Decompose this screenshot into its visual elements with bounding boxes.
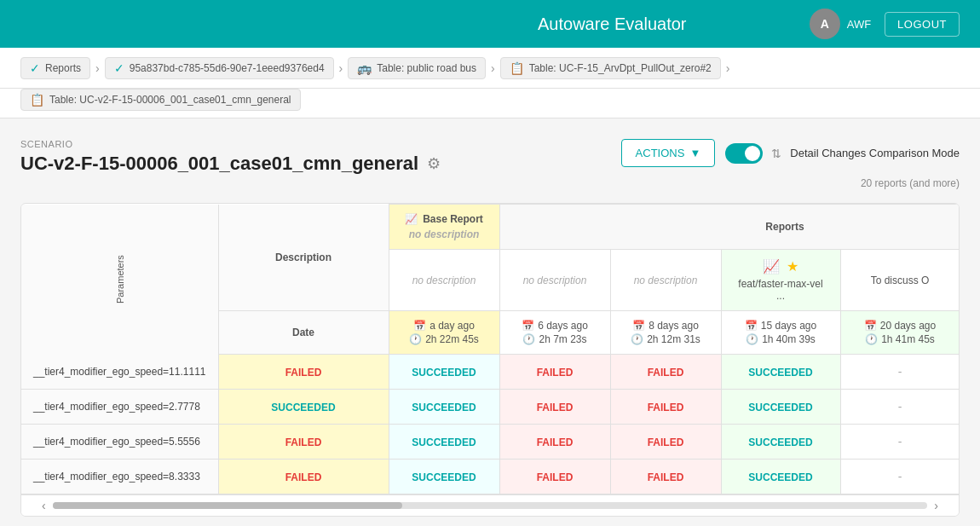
app-header: Autoware Evaluator A AWF LOGOUT (0, 0, 980, 48)
result-cell-r3-c5: - (840, 460, 959, 494)
result-cell-r0-c2: FAILED (499, 355, 610, 390)
result-cell-r3-c4: SUCCEEDED (721, 460, 840, 494)
param-cell-2: __tier4_modifier_ego_speed=5.5556 (21, 425, 218, 460)
base-report-header: 📈 Base Report no description (389, 205, 499, 250)
dropdown-arrow-icon: ▼ (689, 147, 700, 159)
result-cell-r0-c5: - (840, 355, 959, 390)
scroll-left-arrow[interactable]: ‹ (42, 499, 46, 512)
breadcrumb-uc-v2[interactable]: 📋 Table: UC-v2-F-15-00006_001_case01_cmn… (20, 89, 301, 111)
avatar: A (810, 9, 840, 39)
clock-icon-base: 🕐 (409, 333, 422, 345)
table-scroll[interactable]: Parameters Description 📈 Base Report no … (21, 204, 959, 494)
calendar-icon-2: 📅 (745, 320, 758, 332)
result-cell-r2-c5: - (840, 425, 959, 460)
reports-count: 20 reports (and more) (861, 177, 960, 189)
bus-icon: 🚌 (357, 61, 372, 75)
star-icon: ★ (787, 258, 798, 275)
result-cell-r1-c5: - (840, 390, 959, 425)
scenario-name: UC-v2-F-15-00006_001_case01_cmn_general (20, 153, 418, 175)
result-cell-r2-c1: SUCCEEDED (389, 425, 499, 460)
breadcrumb-sep-2: › (337, 61, 345, 75)
result-cell-r1-c3: FAILED (610, 390, 721, 425)
report-desc-0: no description (389, 250, 499, 311)
clock-icon-1: 🕐 (631, 333, 643, 345)
data-table-container: Parameters Description 📈 Base Report no … (20, 203, 960, 517)
report-desc-4: To discuss O (840, 250, 959, 311)
breadcrumb-sep-4: › (724, 61, 732, 75)
calendar-icon-base: 📅 (413, 320, 426, 332)
date-col-1: 📅 8 days ago 🕐 2h 12m 31s (610, 311, 721, 355)
result-cell-r2-c0: FAILED (218, 425, 389, 460)
description-header: Description (218, 205, 389, 311)
table-row: __tier4_modifier_ego_speed=8.3333FAILEDS… (21, 460, 959, 494)
param-cell-1: __tier4_modifier_ego_speed=2.7778 (21, 390, 218, 425)
comparison-toggle[interactable] (725, 143, 763, 164)
result-cell-r2-c3: FAILED (610, 425, 721, 460)
clock-icon-2: 🕐 (746, 333, 758, 345)
breadcrumb-hash[interactable]: ✓ 95a837bd-c785-55d6-90e7-1eeed9376ed4 (105, 57, 334, 79)
scroll-right-arrow[interactable]: › (934, 499, 938, 512)
calendar-icon-3: 📅 (864, 320, 877, 332)
logout-button[interactable]: LOGOUT (885, 12, 960, 37)
report-desc-2: no description (610, 250, 721, 311)
scroll-thumb (53, 502, 403, 509)
scenario-header: SCENARIO UC-v2-F-15-00006_001_case01_cmn… (20, 139, 960, 189)
result-cell-r2-c4: SUCCEEDED (721, 425, 840, 460)
breadcrumb: ✓ Reports › ✓ 95a837bd-c785-55d6-90e7-1e… (0, 48, 980, 89)
user-label: AWF (847, 18, 871, 31)
comparison-mode-label: Detail Changes Comparison Mode (790, 147, 960, 159)
date-col-2: 📅 15 days ago 🕐 1h 40m 39s (721, 311, 840, 355)
result-cell-r3-c2: FAILED (499, 460, 610, 494)
main-content: SCENARIO UC-v2-F-15-00006_001_case01_cmn… (0, 118, 980, 526)
gear-icon[interactable]: ⚙ (427, 154, 441, 173)
table-row: __tier4_modifier_ego_speed=11.1111FAILED… (21, 355, 959, 390)
clock-icon-3: 🕐 (865, 333, 878, 345)
result-cell-r3-c0: FAILED (218, 460, 389, 494)
parameters-column-label: Parameters (21, 205, 218, 355)
scenario-info: SCENARIO UC-v2-F-15-00006_001_case01_cmn… (20, 139, 441, 175)
breadcrumb-sep-1: › (94, 61, 101, 75)
report-desc-1: no description (499, 250, 610, 311)
table-header-row-1: Parameters Description 📈 Base Report no … (21, 205, 959, 250)
result-cell-r3-c1: SUCCEEDED (389, 460, 499, 494)
result-cell-r1-c1: SUCCEEDED (389, 390, 499, 425)
calendar-icon-1: 📅 (632, 320, 645, 332)
result-cell-r1-c0: SUCCEEDED (218, 390, 389, 425)
base-date: 📅 a day ago 🕐 2h 22m 45s (389, 311, 499, 355)
clock-icon-0: 🕐 (522, 333, 535, 345)
check-icon-2: ✓ (114, 61, 124, 75)
result-cell-r0-c3: FAILED (610, 355, 721, 390)
breadcrumb-uc-f-15[interactable]: 📋 Table: UC-F-15_ArvDpt_PullOut_zero#2 (500, 57, 721, 79)
actions-button[interactable]: ACTIONS ▼ (621, 139, 716, 167)
result-cell-r3-c3: FAILED (610, 460, 721, 494)
horizontal-scrollbar[interactable]: ‹ › (21, 494, 959, 516)
scenario-label: SCENARIO (20, 139, 441, 149)
result-cell-r2-c2: FAILED (499, 425, 610, 460)
result-cell-r1-c2: FAILED (499, 390, 610, 425)
table-row: __tier4_modifier_ego_speed=2.7778SUCCEED… (21, 390, 959, 425)
sort-icon: ⇅ (771, 147, 781, 160)
result-cell-r0-c1: SUCCEEDED (389, 355, 499, 390)
table-icon-2: 📋 (30, 93, 44, 107)
result-cell-r0-c0: FAILED (218, 355, 389, 390)
check-icon: ✓ (30, 61, 40, 75)
scenario-controls: ACTIONS ▼ ⇅ Detail Changes Comparison Mo… (621, 139, 960, 189)
result-cell-r1-c4: SUCCEEDED (721, 390, 840, 425)
scenario-title-row: UC-v2-F-15-00006_001_case01_cmn_general … (20, 153, 441, 175)
chart-icon-starred: 📈 (763, 258, 780, 275)
param-cell-0: __tier4_modifier_ego_speed=11.1111 (21, 355, 218, 390)
table-row: __tier4_modifier_ego_speed=5.5556FAILEDS… (21, 425, 959, 460)
chart-icon-base: 📈 (405, 213, 418, 225)
result-cell-r0-c4: SUCCEEDED (721, 355, 840, 390)
app-title: Autoware Evaluator (415, 14, 810, 34)
breadcrumb-reports[interactable]: ✓ Reports (20, 57, 90, 79)
breadcrumb-bus[interactable]: 🚌 Table: public road bus (348, 57, 486, 79)
breadcrumb-row2: 📋 Table: UC-v2-F-15-00006_001_case01_cmn… (0, 89, 980, 118)
results-table: Parameters Description 📈 Base Report no … (21, 204, 959, 494)
comparison-row: ⇅ Detail Changes Comparison Mode (725, 143, 960, 164)
date-col-0: 📅 6 days ago 🕐 2h 7m 23s (499, 311, 610, 355)
breadcrumb-sep-3: › (489, 61, 497, 75)
calendar-icon-0: 📅 (522, 320, 534, 332)
scroll-track[interactable] (53, 502, 928, 509)
reports-header: Reports (499, 205, 959, 250)
